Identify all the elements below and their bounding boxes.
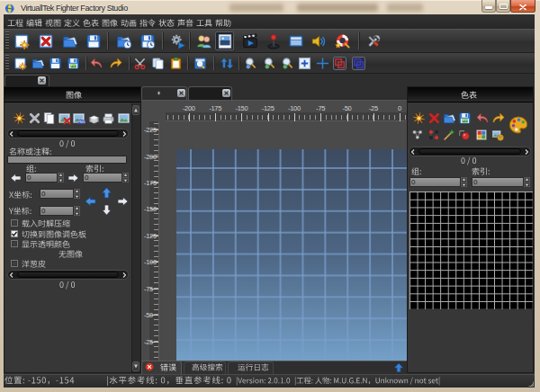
svg-text:PNG: PNG [77,120,85,124]
